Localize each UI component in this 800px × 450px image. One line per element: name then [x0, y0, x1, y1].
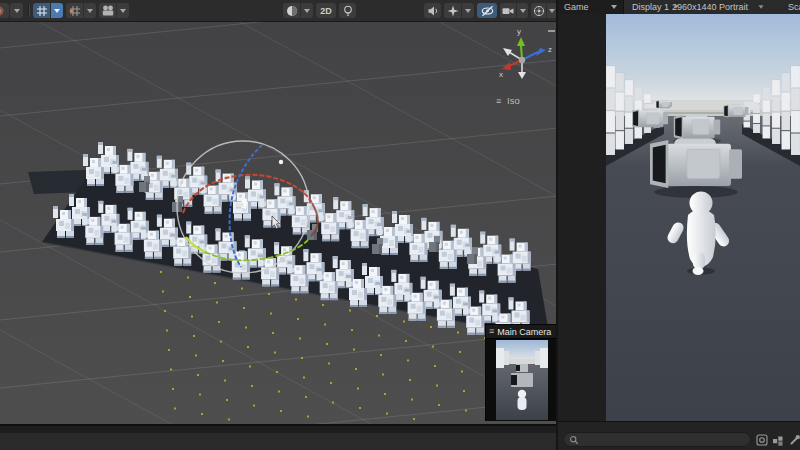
camera-object — [650, 138, 742, 188]
game-viewport[interactable] — [558, 14, 800, 421]
camera-preview-render — [486, 339, 556, 421]
chevron-down-icon — [759, 5, 764, 8]
effects-dropdown[interactable] — [461, 3, 474, 18]
prefab-blocks-button[interactable] — [771, 433, 784, 446]
camera-preview-window: ≡ Main Camera — [485, 324, 557, 421]
chevron-down-icon — [14, 9, 20, 13]
film-camera-icon — [102, 5, 114, 17]
rotation-gizmo-handle-dot[interactable] — [279, 160, 283, 164]
chevron-down-icon — [465, 9, 471, 13]
axis-z-label: z — [548, 45, 552, 54]
search-box[interactable] — [563, 432, 751, 447]
eyedropper-icon — [789, 434, 800, 446]
toggle-2d-button[interactable]: 2D — [316, 3, 336, 18]
toggle-2d-label: 2D — [320, 6, 332, 16]
camera-overlay-button[interactable] — [500, 3, 516, 18]
shaded-sphere-icon — [286, 5, 298, 17]
camera-preview-title: Main Camera — [497, 327, 551, 337]
scene-lighting-button[interactable] — [339, 3, 356, 18]
tool-handle-icon — [0, 5, 7, 17]
scale-control[interactable]: Scale — [784, 0, 800, 14]
grid-snap-icon — [36, 5, 48, 17]
toolbar-separator — [28, 4, 29, 17]
chevron-down-icon — [549, 9, 555, 13]
projection-menu-icon[interactable]: ≡ — [496, 96, 501, 106]
tab-game[interactable]: Game — [558, 0, 624, 14]
scene-camera-track-dropdown[interactable] — [116, 3, 129, 18]
camera-object — [674, 114, 720, 139]
shading-mode-dropdown[interactable] — [300, 3, 313, 18]
frame-zoom-icon — [756, 434, 768, 446]
camera-overlay-dropdown[interactable] — [516, 3, 528, 18]
scene-toolbar: 2D — [0, 0, 558, 22]
unity-editor-window: { "scene_toolbar": { "mode_2d_label": "2… — [0, 0, 800, 450]
chevron-down-icon — [54, 9, 60, 13]
chevron-down-icon — [120, 9, 126, 13]
scene-viewport[interactable]: y z x ≡ Iso — [0, 21, 558, 424]
game-panel: Game Display 1 2960x1440 Portrait Scale — [558, 0, 800, 450]
camera-object — [724, 104, 749, 118]
projection-label[interactable]: Iso — [507, 95, 520, 106]
game-render — [606, 14, 800, 421]
scene-context-menu-icon[interactable] — [548, 30, 555, 32]
shading-mode-button[interactable] — [283, 3, 300, 18]
resolution-dropdown-label: 2960x1440 Portrait — [672, 2, 748, 12]
grid-visibility-dropdown[interactable] — [83, 3, 96, 18]
grid-snap-dropdown[interactable] — [50, 3, 63, 18]
camera-preview-titlebar[interactable]: ≡ Main Camera — [486, 325, 556, 339]
tool-handle-button[interactable] — [0, 3, 9, 18]
hamburger-icon: ≡ — [489, 327, 494, 336]
panel-divider — [556, 0, 558, 450]
chevron-down-icon — [304, 9, 310, 13]
grid-snap-button[interactable] — [33, 3, 50, 18]
eye-slash-icon — [481, 5, 494, 17]
scene-audio-button[interactable] — [424, 3, 441, 18]
resolution-dropdown[interactable]: 2960x1440 Portrait — [668, 0, 768, 14]
frame-zoom-button[interactable] — [755, 433, 768, 446]
chevron-down-icon — [520, 9, 526, 13]
chevron-down-icon — [611, 5, 617, 9]
sparkle-icon — [447, 5, 459, 17]
hidden-objects-button[interactable] — [477, 3, 497, 18]
blocks-icon — [772, 434, 784, 446]
search-input[interactable] — [582, 434, 750, 446]
axis-y-label: y — [517, 27, 521, 36]
search-icon — [569, 435, 579, 445]
gizmos-button[interactable] — [531, 3, 546, 18]
tab-game-label: Game — [564, 2, 589, 12]
camera-object — [632, 108, 668, 127]
camera-object — [656, 100, 672, 109]
chevron-down-icon — [87, 9, 93, 13]
light-bulb-icon — [342, 5, 354, 17]
display-dropdown-label: Display 1 — [632, 2, 669, 12]
video-camera-icon — [502, 5, 514, 17]
grid-visibility-icon — [69, 5, 81, 17]
game-bottom-bar — [558, 421, 800, 450]
scene-status-strip — [0, 424, 558, 450]
grid-visibility-button[interactable] — [66, 3, 83, 18]
orientation-gizmo-center[interactable] — [519, 57, 525, 63]
eyedropper-button[interactable] — [788, 433, 800, 446]
speaker-icon — [427, 5, 439, 17]
scene-camera-track-button[interactable] — [99, 3, 116, 18]
effects-button[interactable] — [444, 3, 461, 18]
scale-label: Scale — [788, 2, 800, 12]
tool-handle-dropdown[interactable] — [10, 3, 23, 18]
gizmo-sphere-icon — [533, 5, 545, 17]
game-tabbar: Game Display 1 2960x1440 Portrait Scale — [558, 0, 800, 15]
axis-x-label: x — [499, 70, 503, 79]
